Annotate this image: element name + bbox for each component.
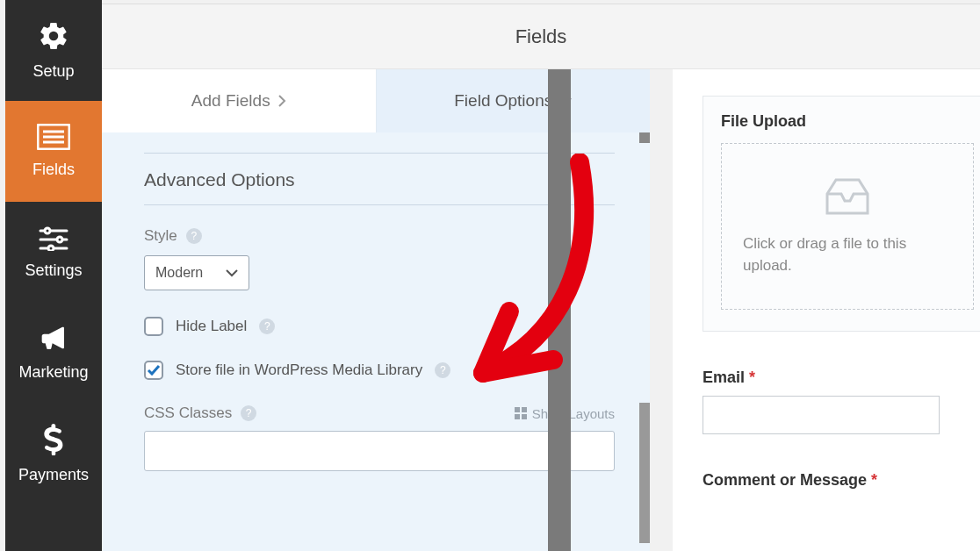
panel-resize-handle[interactable]: [548, 69, 571, 551]
email-field-block[interactable]: Email *: [703, 369, 980, 434]
sidebar-label: Setup: [32, 62, 74, 81]
help-icon[interactable]: ?: [241, 405, 256, 421]
inbox-icon: [824, 176, 871, 217]
gear-icon: [38, 20, 69, 52]
field-label: Comment or Message *: [703, 471, 980, 490]
tab-field-options[interactable]: Field Options: [377, 69, 651, 132]
required-mark: *: [867, 471, 877, 489]
list-icon: [37, 124, 70, 150]
store-media-checkbox[interactable]: [144, 361, 163, 380]
file-upload-field[interactable]: File Upload Click or drag a file to this…: [703, 96, 980, 332]
hide-label-checkbox[interactable]: [144, 317, 163, 336]
dollar-icon: [43, 424, 64, 455]
page-title: Fields: [515, 25, 567, 48]
sliders-icon: [38, 225, 69, 251]
dropzone-hint: Click or drag a file to this upload.: [743, 233, 952, 277]
svg-rect-12: [515, 414, 520, 419]
upload-dropzone[interactable]: Click or drag a file to this upload.: [721, 143, 974, 310]
required-mark: *: [745, 369, 755, 386]
sidebar-item-payments[interactable]: Payments: [5, 404, 102, 504]
sidebar-label: Fields: [32, 161, 75, 179]
css-classes-input[interactable]: [144, 431, 615, 471]
select-value: Modern: [155, 265, 203, 281]
svg-point-5: [45, 228, 50, 233]
comment-field-block[interactable]: Comment or Message *: [703, 471, 980, 490]
grid-icon: [515, 407, 527, 419]
svg-rect-13: [522, 414, 527, 419]
style-label: Style ?: [144, 227, 615, 245]
svg-rect-10: [515, 407, 520, 412]
sidebar-item-marketing[interactable]: Marketing: [5, 303, 102, 404]
divider: [144, 153, 615, 154]
field-label: Email *: [703, 369, 980, 387]
section-title: Advanced Options: [144, 169, 615, 190]
sidebar-label: Settings: [25, 261, 82, 280]
svg-rect-11: [522, 407, 527, 412]
sidebar-item-settings[interactable]: Settings: [5, 202, 102, 303]
hide-label-row: Hide Label ?: [144, 317, 615, 336]
help-icon[interactable]: ?: [186, 228, 202, 244]
sidebar-label: Marketing: [18, 363, 88, 382]
chevron-right-icon: [277, 95, 286, 107]
css-classes-row: CSS Classes ? Show Layouts: [144, 404, 615, 422]
sidebar: Setup Fields Settings Marketing Payments: [5, 0, 102, 551]
email-input[interactable]: [703, 396, 940, 434]
sidebar-item-setup[interactable]: Setup: [5, 0, 102, 101]
form-preview: File Upload Click or drag a file to this…: [673, 69, 980, 551]
checkbox-label: Hide Label: [176, 318, 247, 335]
advanced-options: Advanced Options Style ? Modern Hide Lab…: [144, 153, 615, 471]
tab-label: Field Options: [454, 91, 552, 111]
help-icon[interactable]: ?: [435, 362, 450, 378]
checkbox-label: Store file in WordPress Media Library: [176, 361, 422, 379]
tab-add-fields[interactable]: Add Fields: [102, 69, 377, 132]
tab-label: Add Fields: [191, 91, 270, 111]
sidebar-label: Payments: [18, 466, 89, 484]
field-title: File Upload: [721, 112, 974, 131]
css-classes-label: CSS Classes ?: [144, 404, 256, 422]
svg-point-7: [57, 237, 62, 242]
scrollbar[interactable]: [639, 403, 650, 543]
header: Fields: [102, 4, 980, 69]
bullhorn-icon: [38, 325, 69, 353]
store-media-row: Store file in WordPress Media Library ?: [144, 361, 615, 380]
style-select[interactable]: Modern: [144, 255, 249, 290]
sidebar-item-fields[interactable]: Fields: [5, 101, 102, 202]
help-icon[interactable]: ?: [259, 318, 275, 334]
scroll-up-icon[interactable]: [639, 132, 650, 143]
chevron-down-icon: [226, 268, 238, 277]
svg-point-9: [48, 246, 54, 251]
divider: [144, 204, 615, 205]
